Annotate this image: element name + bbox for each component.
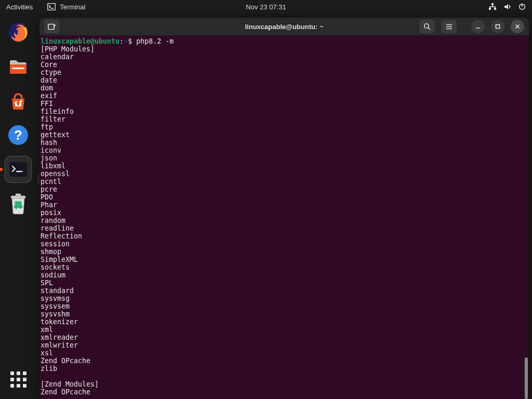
- new-tab-button[interactable]: [44, 20, 60, 33]
- scrollbar[interactable]: [524, 35, 529, 399]
- files-icon: [7, 55, 30, 78]
- scrollbar-thumb[interactable]: [525, 357, 528, 399]
- volume-icon[interactable]: [504, 3, 511, 10]
- dock-terminal[interactable]: [5, 156, 32, 183]
- dock-trash[interactable]: ♻: [5, 190, 32, 217]
- app-menu-label: Terminal: [60, 3, 85, 11]
- svg-rect-18: [48, 24, 54, 30]
- gnome-topbar: Activities Terminal Nov 23 07:31: [0, 0, 532, 14]
- svg-rect-0: [48, 4, 56, 10]
- dock: ?: [0, 14, 36, 399]
- window-title: linuxcapable@ubuntu: ~: [245, 23, 324, 31]
- svg-rect-3: [489, 8, 491, 10]
- search-icon: [423, 23, 431, 31]
- window-titlebar[interactable]: linuxcapable@ubuntu: ~: [39, 18, 529, 35]
- svg-rect-15: [16, 194, 21, 196]
- close-icon: [514, 23, 521, 30]
- hamburger-icon: [445, 23, 453, 30]
- show-applications[interactable]: [8, 369, 29, 390]
- power-icon[interactable]: [518, 3, 526, 10]
- maximize-button[interactable]: [491, 20, 504, 33]
- minimize-button[interactable]: [471, 20, 485, 33]
- dock-software[interactable]: [5, 87, 32, 114]
- svg-line-22: [428, 28, 430, 30]
- svg-rect-8: [12, 68, 24, 69]
- firefox-icon: [7, 21, 30, 44]
- terminal-icon: [47, 3, 56, 10]
- terminal-app-icon: [9, 162, 27, 177]
- menu-button[interactable]: [441, 20, 457, 33]
- help-icon: ?: [7, 124, 30, 147]
- svg-rect-27: [496, 25, 500, 29]
- svg-rect-2: [491, 3, 494, 5]
- search-button[interactable]: [419, 20, 435, 33]
- svg-text:♻: ♻: [15, 201, 22, 210]
- dock-firefox[interactable]: [5, 19, 32, 46]
- network-icon[interactable]: [488, 3, 497, 10]
- terminal-output[interactable]: linuxcapable@ubuntu:~$ php8.2 -m [PHP Mo…: [39, 35, 529, 399]
- trash-icon: ♻: [7, 192, 29, 216]
- dock-files[interactable]: [5, 53, 32, 80]
- svg-text:?: ?: [14, 127, 22, 143]
- svg-point-21: [424, 23, 428, 28]
- app-menu[interactable]: Terminal: [47, 3, 85, 11]
- clock[interactable]: Nov 23 07:31: [246, 3, 286, 11]
- minimize-icon: [475, 23, 481, 30]
- svg-rect-4: [494, 8, 496, 10]
- activities-button[interactable]: Activities: [6, 3, 33, 11]
- maximize-icon: [495, 23, 501, 30]
- svg-rect-12: [9, 162, 27, 177]
- active-indicator-dot: [0, 168, 3, 171]
- close-button[interactable]: [511, 20, 524, 33]
- terminal-window: linuxcapable@ubuntu: ~ linuxcapable@ubun…: [39, 18, 529, 399]
- dock-help[interactable]: ?: [5, 122, 32, 149]
- software-icon: [7, 89, 30, 112]
- new-tab-icon: [48, 23, 56, 30]
